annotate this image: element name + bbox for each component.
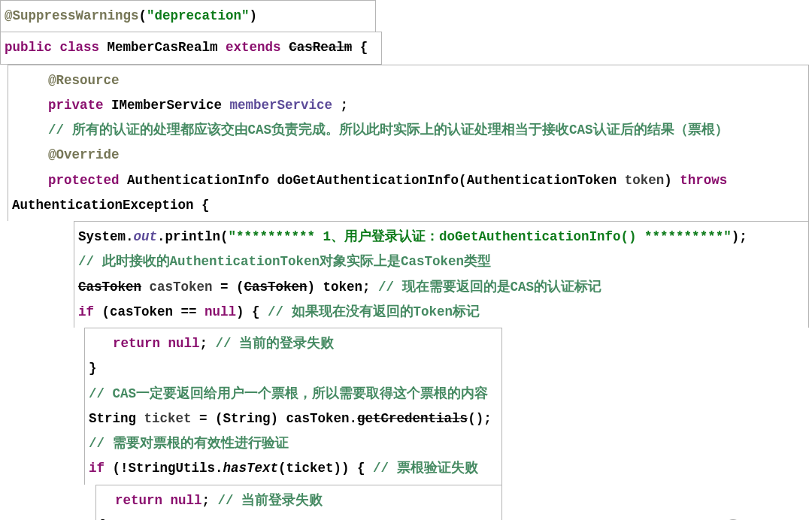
code-line-box: public class MemberCasRealm extends CasR…	[0, 32, 382, 64]
code-line: AuthenticationException {	[12, 193, 804, 218]
code-line: // CAS一定要返回给用户一个票根，所以需要取得这个票根的内容	[89, 382, 498, 407]
code-line: System.out.println("********** 1、用户登录认证：…	[78, 225, 804, 249]
code-line: }	[89, 356, 498, 381]
code-line: String ticket = (String) casToken.getCre…	[89, 407, 498, 431]
code-line: @Override	[12, 143, 804, 168]
method-name: doGetAuthenticationInfo(	[277, 173, 467, 188]
code-line: protected AuthenticationInfo doGetAuthen…	[12, 168, 804, 193]
code-block-box: System.out.println("********** 1、用户登录认证：…	[74, 221, 809, 328]
code-line: // 所有的认证的处理都应该交由CAS负责完成。所以此时实际上的认证处理相当于接…	[12, 118, 804, 143]
code-line-2: public class MemberCasRealm extends CasR…	[5, 40, 368, 55]
code-line: return null; // 当前登录失败	[100, 488, 498, 513]
code-block-box: return null; // 当前的登录失败 } // CAS一定要返回给用户…	[84, 328, 502, 485]
code-line: if (casToken == null) { // 如果现在没有返回的Toke…	[78, 300, 804, 325]
code-line: }	[100, 513, 498, 520]
code-line: // 此时接收的AuthenticationToken对象实际上是CasToke…	[78, 249, 804, 274]
code-line-1: @SuppressWarnings("deprecation")	[5, 8, 257, 23]
code-line: // 需要对票根的有效性进行验证	[89, 431, 498, 456]
code-line-box: @SuppressWarnings("deprecation")	[0, 0, 376, 32]
code-line: CasToken casToken = (CasToken) token; //…	[78, 275, 804, 300]
code-line: if (!StringUtils.hasText(ticket)) { // 票…	[89, 456, 498, 481]
code-block-box: @Resource private IMemberService memberS…	[8, 65, 809, 222]
code-line: return null; // 当前的登录失败	[89, 331, 498, 356]
code-block-box: return null; // 当前登录失败 }	[95, 485, 502, 521]
code-line: @Resource	[12, 68, 804, 93]
code-line: private IMemberService memberService ;	[12, 93, 804, 118]
